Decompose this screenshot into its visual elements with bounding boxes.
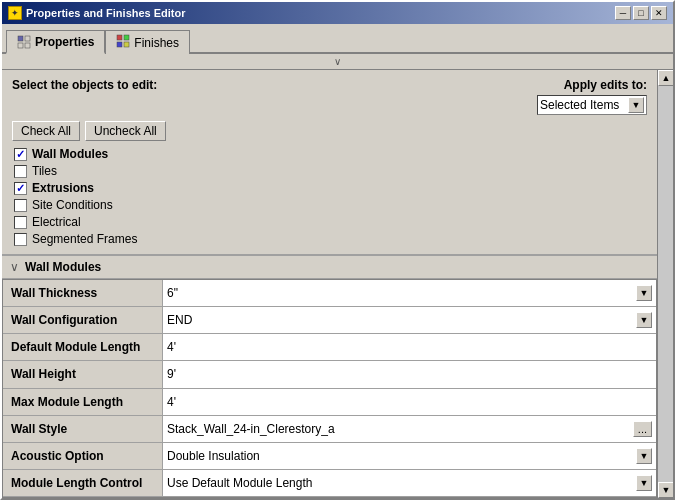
apply-section: Apply edits to: Selected Items ▼ [537,78,647,115]
select-header: Select the objects to edit: Apply edits … [12,78,647,115]
prop-select-0[interactable]: 6"▼ [167,285,652,301]
tab-finishes-label: Finishes [134,36,179,50]
scroll-top-area: ∨ [2,54,673,70]
check-all-button[interactable]: Check All [12,121,80,141]
tab-properties-label: Properties [35,35,94,49]
properties-tab-icon [17,35,31,49]
prop-select-text-1: END [167,313,192,327]
prop-input-5[interactable] [167,422,631,436]
prop-label-4: Max Module Length [3,389,163,416]
checkbox-tiles[interactable] [14,165,27,178]
svg-rect-1 [25,36,30,41]
prop-value-0: 6"▼ [163,280,656,307]
section-header: ∨ Wall Modules [2,255,657,279]
prop-select-text-0: 6" [167,286,178,300]
collapse-chevron[interactable]: ∨ [334,56,341,67]
svg-rect-5 [124,35,129,40]
apply-dropdown-arrow[interactable]: ▼ [628,97,644,113]
prop-input-4[interactable] [167,395,652,409]
prop-label-1: Wall Configuration [3,307,163,334]
prop-label-2: Default Module Length [3,334,163,361]
prop-input-3[interactable] [167,367,652,381]
scrollbar-right: ▲ ▼ [657,70,673,498]
svg-rect-0 [18,36,23,41]
prop-value-3 [163,361,656,388]
checkbox-item: Tiles [14,164,647,178]
svg-rect-6 [117,42,122,47]
select-heading: Select the objects to edit: [12,78,157,92]
checkbox-label: Site Conditions [32,198,113,212]
title-bar-left: ✦ Properties and Finishes Editor [8,6,186,20]
svg-rect-2 [18,43,23,48]
wall-modules-section: ∨ Wall Modules Wall Thickness6"▼Wall Con… [2,255,657,498]
section-title: Wall Modules [25,260,101,274]
checkbox-label: Wall Modules [32,147,108,161]
uncheck-all-button[interactable]: Uncheck All [85,121,166,141]
checkbox-label: Electrical [32,215,81,229]
scroll-up-button[interactable]: ▲ [658,70,673,86]
properties-grid: Wall Thickness6"▼Wall ConfigurationEND▼D… [2,279,657,498]
checkbox-item: ✓Extrusions [14,181,647,195]
scroll-down-button[interactable]: ▼ [658,482,673,498]
prop-value-2 [163,334,656,361]
svg-rect-4 [117,35,122,40]
prop-select-arrow-6[interactable]: ▼ [636,448,652,464]
prop-label-6: Acoustic Option [3,443,163,470]
prop-select-6[interactable]: Double Insulation▼ [167,448,652,464]
prop-value-4 [163,389,656,416]
checkbox-label: Tiles [32,164,57,178]
checkbox-list: ✓Wall ModulesTiles✓ExtrusionsSite Condit… [12,147,647,246]
select-section: Select the objects to edit: Apply edits … [2,70,657,255]
apply-dropdown[interactable]: Selected Items ▼ [537,95,647,115]
scroll-track[interactable] [658,86,673,482]
main-scroll: Select the objects to edit: Apply edits … [2,70,673,498]
prop-select-7[interactable]: Use Default Module Length▼ [167,475,652,491]
prop-label-7: Module Length Control [3,470,163,497]
main-window: ✦ Properties and Finishes Editor ─ □ ✕ P… [0,0,675,500]
prop-label-3: Wall Height [3,361,163,388]
minimize-button[interactable]: ─ [615,6,631,20]
prop-browse-button-5[interactable]: ... [633,421,652,437]
tab-properties[interactable]: Properties [6,30,105,54]
prop-value-with-btn-5: ... [167,421,652,437]
section-chevron[interactable]: ∨ [10,260,19,274]
btn-row: Check All Uncheck All [12,121,647,141]
prop-input-2[interactable] [167,340,652,354]
prop-select-arrow-0[interactable]: ▼ [636,285,652,301]
window-icon: ✦ [8,6,22,20]
prop-select-1[interactable]: END▼ [167,312,652,328]
tab-finishes[interactable]: Finishes [105,30,190,54]
checkbox-label: Extrusions [32,181,94,195]
svg-rect-3 [25,43,30,48]
prop-select-text-6: Double Insulation [167,449,260,463]
prop-select-arrow-7[interactable]: ▼ [636,475,652,491]
content-area: ∨ Select the objects to edit: Apply edit… [2,54,673,498]
apply-value: Selected Items [540,98,619,112]
title-bar: ✦ Properties and Finishes Editor ─ □ ✕ [2,2,673,24]
checkbox-label: Segmented Frames [32,232,137,246]
close-button[interactable]: ✕ [651,6,667,20]
prop-value-5: ... [163,416,656,443]
apply-label: Apply edits to: [564,78,647,92]
checkbox-item: ✓Wall Modules [14,147,647,161]
prop-value-6: Double Insulation▼ [163,443,656,470]
checkbox-item: Segmented Frames [14,232,647,246]
prop-select-text-7: Use Default Module Length [167,476,312,490]
checkbox-site-conditions[interactable] [14,199,27,212]
finishes-tab-icon [116,34,130,51]
prop-value-7: Use Default Module Length▼ [163,470,656,497]
checkbox-item: Site Conditions [14,198,647,212]
prop-label-0: Wall Thickness [3,280,163,307]
tab-bar: Properties Finishes [2,24,673,54]
maximize-button[interactable]: □ [633,6,649,20]
checkbox-item: Electrical [14,215,647,229]
title-controls: ─ □ ✕ [615,6,667,20]
prop-select-arrow-1[interactable]: ▼ [636,312,652,328]
checkbox-segmented-frames[interactable] [14,233,27,246]
main-content: Select the objects to edit: Apply edits … [2,70,657,498]
checkbox-extrusions[interactable]: ✓ [14,182,27,195]
checkbox-wall-modules[interactable]: ✓ [14,148,27,161]
svg-rect-7 [124,42,129,47]
prop-label-5: Wall Style [3,416,163,443]
checkbox-electrical[interactable] [14,216,27,229]
